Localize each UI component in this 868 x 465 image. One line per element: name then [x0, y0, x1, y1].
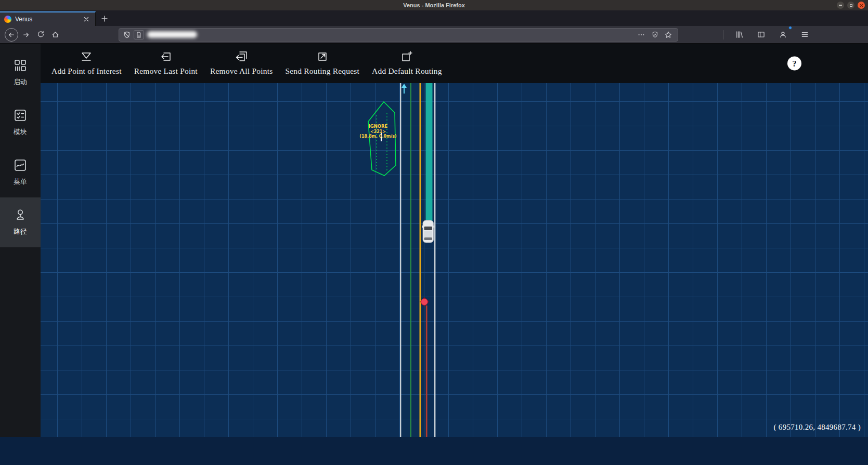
browser-tab[interactable]: Venus	[0, 11, 96, 26]
ellipsis-icon	[638, 31, 645, 38]
sidebar-item-label: 模块	[14, 127, 27, 137]
heading-arrow	[401, 84, 407, 94]
reload-icon	[37, 31, 45, 38]
route-path	[426, 83, 433, 222]
modules-icon	[14, 109, 27, 122]
sidebar-item-menu[interactable]: 菜单	[0, 148, 41, 197]
notification-dot	[788, 26, 792, 30]
menu-button[interactable]	[797, 28, 812, 42]
sidebar-item-label: 路径	[14, 227, 27, 236]
os-titlebar: Venus - Mozilla Firefox	[0, 0, 868, 10]
send-routing-request-button[interactable]: Send Routing Request	[285, 51, 359, 76]
button-label: Add Point of Interest	[51, 67, 122, 76]
remove-last-point-button[interactable]: Remove Last Point	[134, 51, 198, 76]
star-icon	[665, 31, 672, 38]
button-label: Remove All Points	[210, 67, 273, 76]
close-icon	[860, 4, 863, 7]
account-button[interactable]	[775, 28, 790, 42]
sidebar-item-label: 菜单	[14, 177, 27, 187]
maximize-icon	[850, 4, 852, 7]
joystick-icon	[14, 208, 27, 222]
page-actions-button[interactable]	[636, 30, 646, 40]
add-default-routing-icon	[401, 51, 412, 62]
toolbar-separator	[723, 30, 723, 39]
route-toolbar: Add Point of Interest Remove Last Point	[41, 44, 868, 83]
tab-close-button[interactable]	[82, 15, 91, 24]
account-icon	[779, 31, 787, 38]
button-label: Send Routing Request	[285, 67, 359, 76]
dashboard-icon	[14, 59, 27, 72]
obstacle-group: IGNORE <221> (18.8m, 0.0m/s)	[359, 102, 396, 176]
map-coordinates: ( 695710.26, 4849687.74 )	[774, 423, 861, 432]
protection-button[interactable]	[650, 30, 660, 40]
lane-line-yellow	[420, 83, 421, 437]
add-default-routing-button[interactable]: Add Default Routing	[372, 51, 442, 76]
hamburger-icon	[801, 31, 809, 38]
forward-button[interactable]	[19, 28, 33, 42]
minimize-icon	[839, 5, 842, 6]
page-icon	[136, 32, 142, 38]
library-button[interactable]	[732, 28, 746, 42]
close-button[interactable]	[858, 2, 865, 9]
chart-icon	[14, 158, 27, 172]
add-poi-icon	[81, 51, 92, 62]
window-title: Venus - Mozilla Firefox	[403, 2, 465, 8]
send-routing-request-icon	[317, 51, 328, 62]
obstacle-label-line2: <221>	[370, 129, 386, 134]
tab-favicon	[4, 16, 11, 23]
forward-icon	[22, 31, 30, 38]
bookmark-star-button[interactable]	[663, 30, 673, 40]
maximize-button[interactable]	[847, 2, 854, 9]
new-tab-button[interactable]	[98, 12, 111, 25]
url-redacted-blob	[147, 31, 197, 38]
button-label: Add Default Routing	[372, 67, 442, 76]
map-canvas[interactable]: IGNORE <221> (18.8m, 0.0m/s)	[41, 83, 868, 437]
lane-line-white-left	[400, 83, 401, 437]
lane-line-white-right	[434, 83, 435, 437]
remove-all-points-button[interactable]: Remove All Points	[210, 51, 273, 76]
button-label: Remove Last Point	[134, 67, 198, 76]
help-button[interactable]: ?	[787, 57, 801, 71]
add-point-of-interest-button[interactable]: Add Point of Interest	[51, 51, 122, 76]
back-circle	[5, 28, 18, 42]
sidebar-toggle-button[interactable]	[754, 28, 768, 42]
home-icon	[51, 31, 59, 38]
obstacle-label-line1: IGNORE	[369, 124, 388, 129]
ego-vehicle	[422, 220, 434, 243]
lane-line-green	[410, 83, 411, 437]
url-bar[interactable]	[119, 28, 678, 42]
main-panel: Add Point of Interest Remove Last Point	[41, 44, 868, 437]
toolbar-right-cluster	[723, 28, 812, 42]
sidebar-item-start[interactable]: 启动	[0, 48, 41, 98]
plus-icon	[101, 16, 108, 22]
remove-last-point-icon	[160, 51, 172, 62]
tracking-shield-icon	[123, 31, 131, 38]
minimize-button[interactable]	[837, 2, 844, 9]
obstacle-label-line3: (18.8m, 0.0m/s)	[359, 134, 396, 139]
sidebar-item-route[interactable]: 路径	[0, 197, 41, 247]
library-icon	[735, 31, 743, 38]
tab-bar: Venus	[0, 10, 868, 26]
sidebar-toggle-icon	[757, 31, 765, 38]
poi-marker	[420, 297, 429, 307]
back-button[interactable]	[4, 28, 19, 42]
remove-all-points-icon	[236, 51, 247, 62]
sidebar-item-label: 启动	[14, 77, 27, 87]
app-area: 启动 模块 菜单	[0, 44, 868, 465]
home-button[interactable]	[48, 28, 62, 42]
shield-check-icon	[652, 31, 658, 38]
reload-button[interactable]	[33, 28, 48, 42]
map-overlay: IGNORE <221> (18.8m, 0.0m/s)	[41, 83, 868, 437]
app-sidebar: 启动 模块 菜单	[0, 44, 41, 437]
back-icon	[8, 31, 15, 38]
obstacle-polygon	[368, 102, 396, 176]
question-icon: ?	[793, 59, 797, 68]
close-icon	[84, 17, 89, 22]
window-controls	[837, 2, 865, 9]
tab-title: Venus	[15, 16, 78, 23]
sidebar-item-modules[interactable]: 模块	[0, 98, 41, 148]
lane-line-red	[426, 305, 427, 437]
site-identity-box[interactable]	[134, 30, 144, 39]
bottom-strip	[0, 437, 868, 465]
nav-toolbar	[0, 26, 868, 44]
